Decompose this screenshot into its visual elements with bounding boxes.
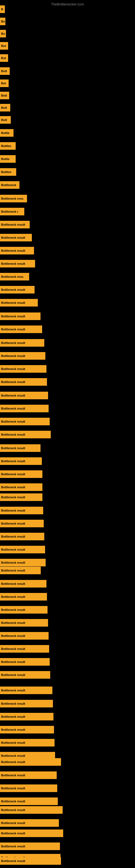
bar-item: Bottleneck result: [0, 593, 47, 600]
bar-item: Bottleneck result: [0, 260, 35, 268]
bar-label: Bottleneck result: [1, 509, 25, 512]
bar-item: Bottleneck result: [0, 457, 42, 465]
bar-label: Bottleneck result: [1, 808, 25, 812]
bar-label: Bottleneck result: [1, 315, 25, 318]
bar-item: Bottleneck result: [0, 567, 41, 574]
bar-label: Bot: [1, 44, 6, 48]
bar-item: Bottleneck result: [0, 533, 44, 540]
bar-label: Bottleneck result: [1, 660, 25, 663]
bar-label: Bottleneck result: [1, 249, 25, 252]
bar-label: Bottlen: [1, 170, 11, 174]
bar-label: Bottleneck result: [1, 845, 25, 848]
bar-label: Bottleneck result: [1, 407, 25, 410]
bar-label: Bottleneck result: [1, 689, 25, 692]
bar-item: Bottleneck result: [0, 559, 46, 566]
bar-item: Bottleneck result: [0, 470, 42, 478]
bar-label: Bo: [1, 20, 5, 23]
bar-item: Bo: [0, 30, 6, 37]
bar-label: Bottleneck result: [1, 394, 25, 397]
bar-label: Bottleneck result: [1, 582, 25, 585]
bar-label: Bottleneck result: [1, 561, 25, 564]
bar-label: Bottleneck result: [1, 354, 25, 358]
bar-label: Bott: [1, 118, 7, 122]
bar-item: Bottleneck result: [0, 771, 57, 779]
bar-label: Bottleneck result: [1, 472, 25, 476]
bar-label: Bottleneck result: [1, 446, 25, 450]
bar-item: Bottlen: [0, 168, 16, 176]
bar-item: Bottleneck result: [0, 739, 54, 746]
bar-label: Bottleneck resu: [1, 275, 24, 278]
bar-item: Bottleneck result: [0, 520, 44, 527]
bar-item: Bottleneck result: [0, 444, 41, 452]
bar-label: Bottleneck result: [1, 822, 25, 825]
bar-item: Bottleneck result: [0, 234, 32, 241]
bar-item: Bottleneck result: [0, 580, 46, 588]
bar-item: Bottleneck result: [0, 352, 45, 360]
bar-label: Bo: [1, 32, 5, 35]
bar-label: Bottleneck result: [1, 367, 25, 371]
bar-label: Bottleneck result: [1, 486, 25, 489]
bar-label: Bottleneck result: [1, 832, 25, 835]
bar-item: Bott: [0, 92, 9, 99]
bar-item: Bott: [0, 104, 10, 112]
bar-label: Bottle: [1, 157, 9, 161]
bar-item: Bottleneck resu: [0, 195, 27, 203]
bar-item: Bottleneck result: [0, 484, 42, 491]
bar-item: Bottle: [0, 129, 13, 137]
bar-item: Bottleneck resu: [0, 273, 29, 280]
bar-item: Bottleneck result: [0, 326, 42, 333]
bar-label: Bottleneck r: [1, 210, 18, 213]
bar-label: Bottleneck result: [1, 535, 25, 538]
bar-item: Bot: [0, 54, 8, 62]
bar-label: Bottleneck result: [1, 702, 25, 705]
bar-label: Bottleneck result: [1, 859, 25, 863]
bar-item: Bottleneck result: [0, 798, 58, 805]
bar-item: Bottleneck result: [0, 507, 43, 514]
bar-item: Bottleneck result: [0, 392, 48, 399]
bar-item: Bottleneck result: [0, 806, 63, 814]
bar-item: Bottleneck result: [0, 842, 60, 850]
bar-item: Bottleneck result: [0, 339, 44, 347]
bar-item: Bottleneck: [0, 181, 19, 189]
bar-item: Bottleneck result: [0, 619, 48, 627]
bar-label: Bottlen: [1, 144, 11, 148]
bar-item: Bottleneck result: [0, 606, 48, 614]
bar-item: Bottleneck result: [0, 493, 42, 501]
site-title: TheBottlenecker.com: [0, 0, 135, 7]
bar-label: Bottleneck result: [1, 341, 25, 344]
bar-label: Bottleneck result: [1, 774, 25, 777]
bar-label: Bottleneck result: [1, 715, 25, 718]
bar-item: Bo: [0, 18, 5, 25]
bar-label: Bottleneck result: [1, 800, 25, 803]
bar-item: Bottleneck result: [0, 700, 53, 707]
bar-item: Bottleneck r: [0, 208, 24, 215]
bar-label: Bottleneck result: [1, 673, 25, 677]
bar-label: Bottleneck result: [1, 288, 25, 291]
bar-label: Bot: [1, 82, 6, 85]
bar-item: Bottleneck result: [0, 221, 30, 228]
bar-item: Bottleneck result: [0, 830, 63, 837]
bar-item: Bottleneck result: [0, 686, 52, 694]
bar-label: Bottleneck result: [1, 608, 25, 611]
bar-label: Bottleneck result: [1, 301, 25, 304]
bar-item: Bottleneck result: [0, 857, 61, 865]
bar-label: Bottleneck result: [1, 595, 25, 598]
bar-item: Bottleneck result: [0, 632, 49, 640]
bar-item: B: [0, 5, 5, 13]
bar-item: Bottleneck result: [0, 645, 49, 653]
bar-label: Bottleneck result: [1, 433, 25, 436]
bar-item: Bottleneck result: [0, 431, 51, 438]
bar-label: Bottleneck resu: [1, 197, 24, 200]
bar-label: Bottleneck result: [1, 741, 25, 744]
bar-label: Bottleneck result: [1, 328, 25, 331]
bar-label: Bottleneck result: [1, 460, 25, 463]
bar-label: Bottleneck result: [1, 760, 25, 764]
bar-label: Bottleneck result: [1, 634, 25, 638]
bar-item: Bottleneck result: [0, 378, 47, 386]
bar-label: Bottleneck result: [1, 236, 25, 239]
bar-label: Bott: [1, 69, 7, 73]
bar-label: Bot: [1, 56, 6, 60]
bar-item: Bott: [0, 67, 10, 75]
bar-item: Bottle: [0, 155, 16, 163]
bar-label: Bottleneck result: [1, 569, 25, 572]
